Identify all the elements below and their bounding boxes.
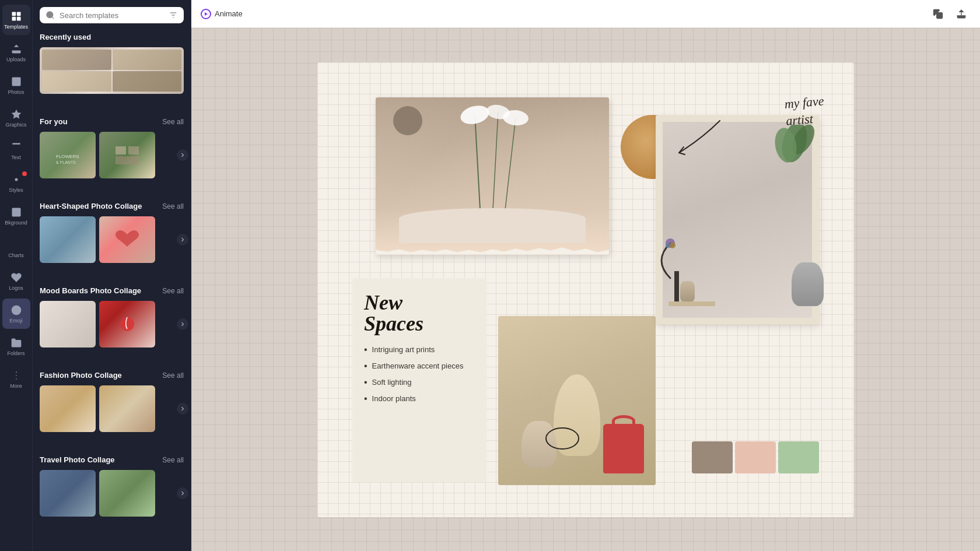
main-area: Animate xyxy=(191,0,980,551)
fashion-chevron[interactable] xyxy=(177,403,188,415)
oval-decoration xyxy=(545,427,580,450)
animate-button[interactable]: Animate xyxy=(201,9,243,19)
thumb-cell-1 xyxy=(42,50,111,70)
fashion-see-all[interactable]: See all xyxy=(162,371,184,380)
svg-rect-29 xyxy=(116,156,139,164)
fashion-thumb-2[interactable] xyxy=(99,385,155,432)
travel-thumb-1[interactable] xyxy=(40,470,96,517)
search-input[interactable] xyxy=(60,11,164,20)
mood-header: Mood Boards Photo Collage See all xyxy=(40,286,184,295)
sidebar-item-graphics[interactable]: Graphics xyxy=(2,103,30,133)
svg-rect-2 xyxy=(12,16,16,20)
main-photo[interactable] xyxy=(376,97,609,255)
moodboard-title: NewSpaces xyxy=(364,292,475,334)
uploads-label: Uploads xyxy=(6,57,26,62)
fashion-thumb-1[interactable] xyxy=(40,385,96,432)
emoji-label: Emoji xyxy=(9,318,23,324)
svg-text:FLOWERS: FLOWERS xyxy=(56,154,79,159)
red-bag xyxy=(603,424,644,473)
svg-point-5 xyxy=(13,79,15,80)
sidebar-item-templates[interactable]: Templates xyxy=(2,5,30,35)
graphics-label: Graphics xyxy=(5,122,26,128)
handwriting-text: my fave artist xyxy=(784,93,827,129)
recently-used-title: Recently used xyxy=(40,33,91,41)
sidebar-item-folders[interactable]: Folders xyxy=(2,331,30,362)
mood-thumb-2[interactable] xyxy=(99,301,155,348)
more-label: More xyxy=(10,383,22,389)
svg-line-35 xyxy=(492,112,498,220)
templates-label: Templates xyxy=(4,24,28,30)
svg-rect-28 xyxy=(128,146,139,155)
for-you-see-all[interactable]: See all xyxy=(162,118,184,126)
mood-thumb-1[interactable] xyxy=(40,301,96,348)
swatch-taupe xyxy=(692,441,733,473)
bottom-center-photo[interactable] xyxy=(498,316,656,485)
for-you-title: For you xyxy=(40,117,68,126)
for-you-section: For you See all FLOWERS& PLANTS xyxy=(40,117,184,190)
svg-point-37 xyxy=(459,103,491,127)
svg-point-9 xyxy=(15,178,18,181)
travel-chevron[interactable] xyxy=(177,487,188,499)
svg-line-36 xyxy=(504,118,516,220)
svg-marker-31 xyxy=(205,12,208,16)
styles-badge xyxy=(22,171,27,176)
svg-point-46 xyxy=(666,243,670,248)
bullet-list: Intriguing art prints Earthenware accent… xyxy=(364,345,475,405)
duplicate-button[interactable] xyxy=(929,5,947,23)
travel-thumb-2[interactable] xyxy=(99,470,155,517)
gray-vase xyxy=(792,262,824,306)
svg-point-40 xyxy=(546,428,579,449)
folders-label: Folders xyxy=(7,350,24,356)
sidebar-item-photos[interactable]: Photos xyxy=(2,70,30,100)
moodboard[interactable]: NewSpaces Intriguing art prints Earthenw… xyxy=(317,62,854,517)
for-you-chevron[interactable] xyxy=(177,149,188,161)
heart-header: Heart-Shaped Photo Collage See all xyxy=(40,202,184,210)
for-you-thumb-2[interactable] xyxy=(99,132,155,178)
mood-see-all[interactable]: See all xyxy=(162,287,184,295)
decor-item xyxy=(680,281,695,301)
mood-thumb-2-content xyxy=(99,301,155,348)
recently-used-thumb[interactable] xyxy=(40,47,184,94)
fashion-grid xyxy=(40,385,184,432)
svg-rect-27 xyxy=(116,146,126,155)
top-bar: Animate xyxy=(191,0,980,28)
bullet-text-4: Indoor plants xyxy=(372,394,416,404)
svg-point-45 xyxy=(670,243,676,248)
heart-section: Heart-Shaped Photo Collage See all xyxy=(40,202,184,275)
sidebar-item-charts[interactable]: Charts xyxy=(2,233,30,264)
export-button[interactable] xyxy=(952,5,971,23)
plant-leaves-svg xyxy=(771,125,818,195)
sidebar-item-text[interactable]: Text xyxy=(2,135,30,166)
photo-interior xyxy=(376,97,609,255)
travel-grid xyxy=(40,470,184,517)
travel-section: Travel Photo Collage See all xyxy=(40,455,184,528)
bottom-photo-content xyxy=(498,316,656,485)
svg-text:& PLANTS: & PLANTS xyxy=(56,160,76,164)
heart-see-all[interactable]: See all xyxy=(162,202,184,210)
sidebar-item-more[interactable]: More xyxy=(2,364,30,394)
canvas-area[interactable]: NewSpaces Intriguing art prints Earthenw… xyxy=(191,28,980,551)
info-card[interactable]: NewSpaces Intriguing art prints Earthenw… xyxy=(352,278,487,482)
text-label: Text xyxy=(11,155,21,160)
red-bag-handle xyxy=(612,415,635,427)
heart-chevron[interactable] xyxy=(177,234,188,245)
heart-thumb-2-content xyxy=(99,216,155,263)
travel-title: Travel Photo Collage xyxy=(40,455,115,464)
top-bar-right xyxy=(929,5,971,23)
filter-icon[interactable] xyxy=(169,10,178,20)
heart-thumb-2[interactable] xyxy=(99,216,155,263)
sidebar-item-emoji[interactable]: Emoji xyxy=(2,299,30,329)
sidebar-item-uploads[interactable]: Uploads xyxy=(2,37,30,68)
sidebar-item-bkground[interactable]: Bkground xyxy=(2,201,30,231)
thumb-content-1: FLOWERS& PLANTS xyxy=(40,132,96,178)
sidebar-item-logos[interactable]: Logos xyxy=(2,266,30,296)
icon-bar: Templates Uploads Photos Graphics Text S… xyxy=(0,0,33,551)
animate-label: Animate xyxy=(215,9,243,18)
thumb-cell-4 xyxy=(113,71,182,92)
heart-thumb-1[interactable] xyxy=(40,216,96,263)
mood-chevron[interactable] xyxy=(177,318,188,330)
svg-rect-32 xyxy=(937,12,943,18)
for-you-thumb-1[interactable]: FLOWERS& PLANTS xyxy=(40,132,96,178)
travel-see-all[interactable]: See all xyxy=(162,456,184,464)
travel-header: Travel Photo Collage See all xyxy=(40,455,184,464)
